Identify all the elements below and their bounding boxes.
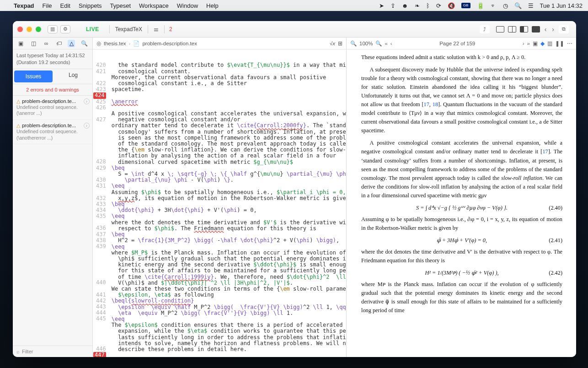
sliders-icon[interactable]: ⚌: [154, 26, 159, 32]
preview-pane: 🔍 100% 🔍 « ‹ Page 22 of 159 › » ▣ ◆ ▥ ❚❚…: [347, 38, 576, 357]
mute-icon[interactable]: 🔇: [448, 2, 455, 9]
dropbox-icon[interactable]: ⇪: [390, 2, 396, 9]
control-center-icon[interactable]: ☰: [528, 2, 534, 9]
preview-body[interactable]: These equations indeed admit a static so…: [347, 49, 576, 357]
prev-page-icon[interactable]: ‹: [390, 41, 392, 46]
page-indicator: Page 22 of 159: [396, 41, 519, 46]
share-icon[interactable]: ⤴: [480, 25, 490, 33]
preview-sync-icon[interactable]: ◆: [540, 40, 545, 47]
engine-label[interactable]: TexpadTeX: [115, 26, 142, 32]
citation-ref[interactable]: 17: [542, 148, 548, 155]
sidebar-tabs: Issues Log: [13, 69, 92, 84]
filter-label: Filter: [22, 349, 33, 354]
clock-icon[interactable]: ◷: [503, 2, 508, 9]
status-icon-2[interactable]: ❧: [415, 2, 420, 9]
typeset-duration: (Duration 19.2 seconds): [16, 59, 89, 66]
spotlight-icon[interactable]: 🔍: [514, 2, 522, 9]
filter-icon: ⌕: [16, 349, 20, 354]
macos-menubar: Texpad File Edit Snippets Typeset Worksp…: [0, 0, 588, 11]
tool-outline-icon[interactable]: ◫: [30, 40, 37, 47]
issue-msg: Undefined control sequence.: [16, 104, 90, 111]
preview-text: where the dot denotes the time derivativ…: [361, 248, 562, 265]
issue-go-icon[interactable]: ›: [84, 98, 90, 104]
menu-workspace[interactable]: Workspace: [139, 2, 169, 9]
editor-grid-icon[interactable]: ⊞: [338, 40, 342, 47]
layout-preview-button[interactable]: [532, 26, 540, 32]
sidebar-filter[interactable]: ⌕ Filter: [13, 346, 92, 357]
issue-msg: Undefined control sequence.: [16, 129, 90, 135]
layout-editor-button[interactable]: [520, 26, 528, 32]
status-icon-1[interactable]: ☻: [402, 2, 408, 9]
sync-icon[interactable]: ⟳: [436, 2, 441, 9]
nav-fwd-button[interactable]: ›: [551, 26, 555, 33]
live-indicator: LIVE: [86, 26, 99, 32]
minimize-button[interactable]: [27, 27, 32, 32]
menubar-clock[interactable]: Tue 1 Jun 14:32: [540, 2, 583, 9]
issue-detail: (\anothererror ...): [16, 135, 90, 141]
sidebar-toolbar: ▣ ◫ ∞ 🏷 △ 🔍: [13, 38, 92, 49]
menu-snippets[interactable]: Snippets: [79, 2, 102, 9]
zoom-in-icon[interactable]: 🔍: [375, 40, 382, 47]
toggle-sidebar-button[interactable]: ▥: [48, 25, 58, 33]
zoom-button[interactable]: [36, 27, 41, 32]
issue-go-icon[interactable]: ›: [84, 123, 90, 129]
menu-window[interactable]: Window: [177, 2, 198, 9]
location-icon[interactable]: ➤: [379, 2, 384, 9]
tab-log[interactable]: Log: [54, 69, 92, 84]
file-icon: 📄: [133, 40, 139, 47]
settings-button[interactable]: ⚙: [60, 25, 70, 33]
preview-pause-icon[interactable]: ❚❚: [555, 40, 564, 47]
separator: [164, 25, 165, 33]
zoom-out-icon[interactable]: 🔍: [350, 40, 357, 47]
menu-help[interactable]: Help: [206, 2, 219, 9]
tool-search-icon[interactable]: 🔍: [80, 40, 88, 47]
tool-tag-icon[interactable]: 🏷: [55, 40, 63, 47]
layout-split-button[interactable]: [508, 26, 516, 32]
warning-icon: △: [16, 123, 20, 128]
app-window: ▥ ⚙ LIVE TexpadTeX ⚌ 2 ⤴ ‹ › ⧉ ▣ ◫ ∞ 🏷: [13, 21, 576, 357]
zoom-level: 100%: [359, 41, 373, 46]
battery-icon[interactable]: 🔋: [477, 2, 484, 9]
editor-breadcrumb: ◎ thesis.tex › 📄 problem-description.tex…: [93, 38, 346, 49]
tool-select-icon[interactable]: ▣: [17, 40, 25, 47]
code-editor[interactable]: 4204214224234244254264274284294304314324…: [93, 49, 346, 357]
last-page-icon[interactable]: »: [527, 41, 530, 46]
preview-opt1-icon[interactable]: ▣: [533, 40, 538, 47]
error-count-badge[interactable]: 2: [169, 26, 172, 32]
crumb-root[interactable]: thesis.tex: [104, 41, 126, 46]
equation-number: (2.42): [549, 269, 562, 277]
tab-issues[interactable]: Issues: [14, 70, 53, 82]
warning-icon: △: [16, 98, 20, 104]
first-page-icon[interactable]: «: [385, 41, 387, 46]
target-icon[interactable]: ◎: [96, 40, 101, 47]
bluetooth-icon[interactable]: ᛒ: [426, 2, 430, 9]
typeset-time: Last typeset Today at 14:31:52: [16, 52, 89, 59]
preview-columns-icon[interactable]: ▥: [547, 40, 552, 47]
menu-typeset[interactable]: Typeset: [110, 2, 131, 9]
input-source-flag[interactable]: GB: [461, 3, 470, 8]
issue-item[interactable]: △problem-description.te... › Undefined c…: [13, 96, 92, 120]
equation: H² = 1/(3M²ᴘ) ( −½ φ̇² + V(φ) ),(2.42): [361, 269, 562, 277]
tool-warnings-icon[interactable]: △: [68, 40, 75, 47]
menu-file[interactable]: File: [43, 2, 52, 9]
crumb-leaf[interactable]: problem-description.tex: [142, 41, 197, 46]
window-traffic-lights: [17, 27, 41, 32]
close-button[interactable]: [17, 27, 23, 32]
editor-math-icon[interactable]: √x: [330, 41, 335, 46]
nav-back-button[interactable]: ‹: [544, 26, 548, 33]
equation: S = ∫ d⁴x √−g { ½ gᵘᵛ ∂µφ ∂νφ − V(φ) }.(…: [361, 204, 562, 212]
app-name[interactable]: Texpad: [14, 2, 34, 9]
layout-single-button[interactable]: [496, 26, 504, 32]
issue-item[interactable]: △problem-description.te... › Undefined c…: [13, 120, 92, 144]
wifi-icon[interactable]: ᯤ: [491, 2, 497, 9]
next-page-icon[interactable]: ›: [523, 41, 524, 46]
equation-number: (2.40): [549, 204, 562, 212]
editor-pane: ◎ thesis.tex › 📄 problem-description.tex…: [93, 38, 347, 357]
tool-link-icon[interactable]: ∞: [43, 40, 50, 47]
menu-edit[interactable]: Edit: [60, 2, 70, 9]
citation-ref[interactable]: 18: [433, 101, 438, 108]
export-icon[interactable]: ⧉: [559, 25, 569, 33]
preview-more-icon[interactable]: ⋯: [567, 40, 572, 47]
separator: [148, 25, 148, 33]
citation-ref[interactable]: 17: [424, 101, 429, 108]
